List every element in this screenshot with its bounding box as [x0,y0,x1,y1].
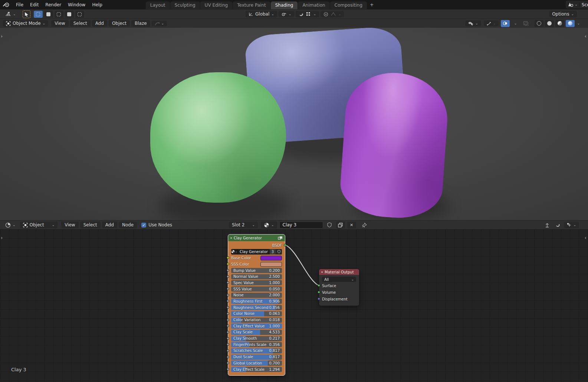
value-input-socket[interactable] [227,331,229,333]
value-slider[interactable]: Global Location 0.700 [231,361,282,366]
topbar-menu[interactable]: Edit [27,1,42,8]
value-slider[interactable]: Clay Effect Scale 1.294 [231,367,282,372]
collapse-triangle-icon[interactable]: ▾ [321,270,323,274]
select-mode-invert-button[interactable] [65,11,74,18]
value-slider[interactable]: Clay Smooth 0.217 [231,336,282,341]
select-mode-subtract-button[interactable] [55,11,63,18]
viewport-sidebar-toggle-left[interactable]: › [1,34,3,39]
shading-solid-button[interactable] [545,20,554,27]
node-menu[interactable]: Node [119,222,137,228]
color-input-socket[interactable] [227,263,229,265]
material-output-node[interactable]: ▾ Material Output All ⌄ Surface [319,269,359,306]
value-slider[interactable]: Noise 2.000 [231,293,282,298]
options-dropdown[interactable]: Options ⌄ [549,11,577,17]
browse-material-dropdown[interactable]: ⌄ [261,222,277,229]
falloff-curve-icon[interactable] [331,12,336,16]
node-menu[interactable]: View [61,222,78,228]
gizmos-dropdown[interactable]: ⌄ [484,20,499,26]
fake-user-shield-button[interactable] [325,222,334,229]
node-snap-toggle[interactable] [553,222,562,229]
workspace-tab[interactable]: Texture Paint [233,1,270,9]
topbar-menu[interactable]: Help [89,1,105,8]
output-target-dropdown[interactable]: All ⌄ [322,277,356,282]
workspace-tab[interactable]: Layout [146,1,170,9]
shading-wireframe-button[interactable] [535,20,543,27]
chevron-down-icon[interactable]: ⌄ [338,13,341,16]
value-input-socket[interactable] [227,269,229,272]
value-input-socket[interactable] [227,281,229,284]
workspace-tab[interactable]: UV Editing [200,1,233,9]
selectability-dropdown[interactable]: ⌄ [465,20,481,26]
workspace-tab[interactable]: Sculpting [170,1,200,9]
group-name[interactable]: Clay Generator [238,250,270,254]
xray-toggle[interactable] [522,20,530,27]
value-slider[interactable]: Scratches Scale 0.817 [231,348,282,353]
slot-dropdown[interactable]: Slot 2 ⌄ [229,222,258,228]
input-socket[interactable] [318,284,320,287]
viewport-menu[interactable]: Object [109,20,130,27]
select-mode-set-button[interactable] [34,11,43,18]
browse-group-dropdown[interactable]: ⌄ [231,249,238,255]
value-slider[interactable]: SSS Value 0.050 [231,286,282,292]
color-swatch[interactable] [260,256,282,260]
input-socket[interactable] [318,298,320,300]
overlays-dropdown[interactable]: ⌄ [511,20,520,27]
node-editor-sidebar-toggle-left[interactable]: › [1,235,3,240]
copy-material-button[interactable] [336,222,345,229]
transform-orientation-dropdown[interactable]: Global ⌄ [246,11,277,17]
clay-generator-node[interactable]: ▾ Clay Generator BSDF [228,235,285,375]
chevron-down-icon[interactable]: ⌄ [313,13,316,16]
shader-type-dropdown[interactable]: Object ⌄ [20,222,58,228]
value-input-socket[interactable] [227,337,229,340]
value-slider[interactable]: FingerPrints Scale 0.356 [231,342,282,347]
node-header[interactable]: ▾ Material Output [319,269,359,275]
value-input-socket[interactable] [227,343,229,346]
collection-visibility-dropdown[interactable]: ⌄ [152,21,167,26]
snap-target-icon[interactable] [306,12,311,16]
node-group-selector[interactable]: ⌄ Clay Generator 3 [231,249,282,255]
select-mode-intersect-button[interactable] [75,11,84,18]
value-input-socket[interactable] [227,319,229,321]
color-input-socket[interactable] [227,256,229,259]
blender-logo-icon[interactable] [3,2,10,7]
viewport-menu[interactable]: View [51,20,68,27]
value-slider[interactable]: Clay Scale 4.533 [231,330,282,335]
node-editor-sidebar-toggle-right[interactable]: ‹ [585,235,587,240]
value-slider[interactable]: Roughness Second 0.856 [231,305,282,310]
active-tool-select-box[interactable] [23,10,30,18]
workspace-tab[interactable]: Animation [298,1,329,9]
viewport-sidebar-toggle-right[interactable]: ‹ [585,34,587,39]
viewport-menu[interactable]: Select [70,20,91,27]
value-input-socket[interactable] [227,294,229,296]
add-workspace-button[interactable]: + [367,1,377,8]
value-input-socket[interactable] [227,275,229,278]
value-input-socket[interactable] [227,300,229,302]
proportional-edit-icon[interactable] [323,12,328,17]
value-slider[interactable]: Color Noise 0.063 [231,311,282,316]
workspace-tab[interactable]: Shading [271,1,298,9]
node-menu[interactable]: Select [80,222,101,228]
value-slider[interactable]: Spec Value 1.000 [231,280,282,285]
value-input-socket[interactable] [227,362,229,364]
value-slider[interactable]: Bump Value 0.200 [231,268,282,273]
value-input-socket[interactable] [227,288,229,290]
workspace-tab[interactable]: Compositing [330,1,367,9]
node-header[interactable]: ▾ Clay Generator [228,235,285,241]
group-user-count[interactable]: 3 [270,249,276,255]
editor-type-selector[interactable]: ⌄ [2,11,19,17]
value-slider[interactable]: Normal Value 2.500 [231,274,282,279]
viewport-menu[interactable]: Blaze [131,20,150,27]
editor-type-selector[interactable]: ⌄ [2,222,19,229]
value-input-socket[interactable] [227,306,229,309]
snap-magnet-icon[interactable] [299,12,303,17]
value-input-socket[interactable] [227,325,229,327]
value-slider[interactable]: Dust Scale 0.817 [231,355,282,360]
collapse-triangle-icon[interactable]: ▾ [230,236,232,240]
fake-user-shield-button[interactable] [276,249,282,255]
node-menu[interactable]: Add [102,222,117,228]
shader-node-editor[interactable]: › ‹ Clay 3 ▾ Clay Generator BSDF [0,229,588,382]
value-input-socket[interactable] [227,368,229,371]
value-slider[interactable]: Roughness First 0.906 [231,299,282,304]
clay-object-green[interactable] [150,72,286,203]
clay-object-purple[interactable] [338,70,451,220]
